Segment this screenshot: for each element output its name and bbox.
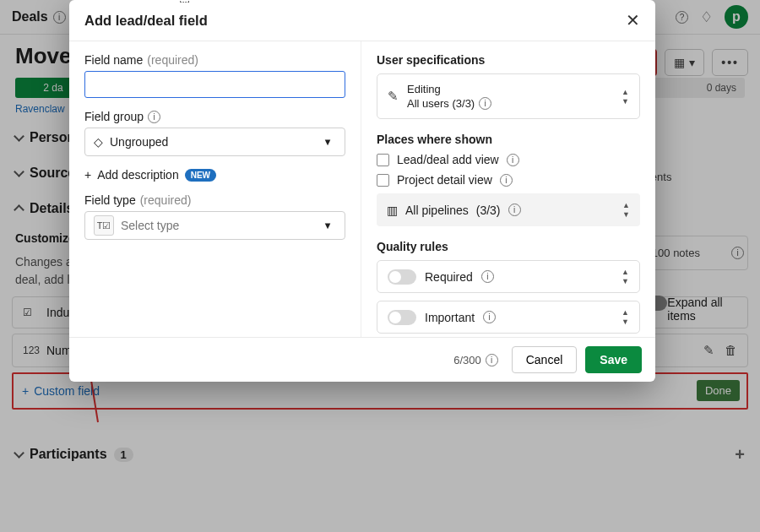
required-hint: (required) [140,193,192,207]
info-icon[interactable]: i [507,154,519,166]
close-icon[interactable]: ✕ [626,10,640,30]
required-hint: (required) [147,53,198,67]
field-name-label: Field name (required) [84,53,345,67]
info-icon[interactable]: i [500,174,513,187]
field-type-label: Field type (required) [84,193,345,207]
all-pipelines-label: All pipelines [405,204,469,217]
type-picker-icon: T☑ [94,215,114,236]
important-label: Important [425,311,475,324]
modal-right-column: User specifications ✎ Editing All users … [361,41,655,337]
quality-rules-heading: Quality rules [377,240,640,253]
toggle-off-icon[interactable] [388,269,416,285]
modal-header: Add lead/deal field ✕ [69,0,655,41]
info-icon[interactable]: i [479,97,491,110]
required-label: Required [425,270,473,284]
chevron-down-icon: ▼ [323,137,333,148]
save-button[interactable]: Save [585,346,642,373]
pipelines-count: (3/3) [476,204,501,217]
ungrouped-icon: ◇ [94,135,103,149]
stepper-icon[interactable]: ▲▼ [622,308,629,326]
chevron-down-icon: ▼ [323,220,333,231]
cancel-button[interactable]: Cancel [512,346,578,373]
info-icon[interactable]: i [148,111,160,123]
user-spec-heading: User specifications [377,53,640,67]
places-shown-heading: Places where shown [377,133,640,146]
field-type-text: Field type [84,193,136,207]
add-field-modal: Add lead/deal field ✕ Field name (requir… [69,0,655,382]
add-description-button[interactable]: + Add description NEW [84,168,345,182]
field-group-label: Field group i [84,110,345,123]
field-group-select[interactable]: ◇ Ungrouped ▼ [84,128,345,156]
stepper-icon[interactable]: ▲▼ [622,268,629,285]
field-name-text: Field name [84,53,143,67]
field-name-input[interactable] [84,71,345,98]
user-spec-card[interactable]: ✎ Editing All users (3/3) i ▲▼ [377,73,640,119]
new-badge: NEW [185,169,216,182]
counter-value: 6/300 [453,354,481,366]
toggle-off-icon[interactable] [388,310,416,325]
lead-deal-add-view-checkbox[interactable]: Lead/deal add view i [377,153,640,166]
char-counter: 6/300 i [453,354,498,366]
field-type-placeholder: Select type [121,219,179,232]
info-icon[interactable]: i [486,354,498,366]
field-type-select[interactable]: T☑ Select type ▼ [84,211,345,240]
all-pipelines-select[interactable]: ▥ All pipelines (3/3) i ▲▼ ⬚ [377,193,640,226]
field-group-text: Field group [84,110,144,123]
info-icon[interactable]: i [481,270,494,283]
field-group-value: Ungrouped [110,135,168,149]
info-icon[interactable]: i [483,311,496,323]
add-description-label: Add description [97,168,179,182]
modal-title: Add lead/deal field [84,13,208,29]
modal-footer: 6/300 i Cancel Save [69,337,655,382]
all-users-label: All users (3/3) [407,97,475,110]
stepper-icon[interactable]: ▲▼ [622,201,630,219]
stepper-icon[interactable]: ▲▼ [622,88,629,106]
plus-icon: + [84,168,91,182]
important-toggle-row[interactable]: Important i ▲▼ [377,301,640,334]
project-detail-view-checkbox[interactable]: Project detail view i [377,173,640,187]
project-detail-view-label: Project detail view [397,173,492,187]
modal-left-column: Field name (required) Field group i ◇ Un… [69,41,361,337]
pencil-icon: ✎ [388,89,399,104]
info-icon[interactable]: i [508,204,521,216]
editing-label: Editing [407,83,491,95]
lead-deal-add-view-label: Lead/deal add view [397,153,499,166]
checkbox-icon [377,154,389,166]
checkbox-icon [377,174,389,187]
columns-icon: ▥ [387,204,398,217]
required-toggle-row[interactable]: Required i ▲▼ [377,260,640,293]
